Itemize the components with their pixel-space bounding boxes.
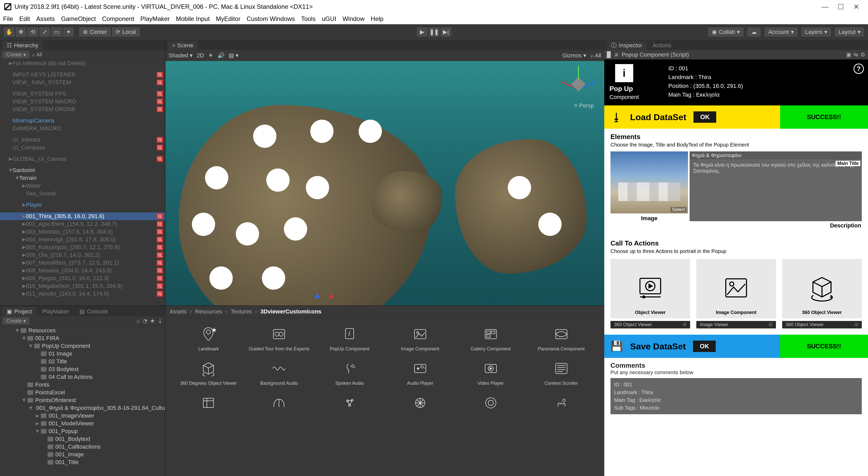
hierarchy-item[interactable]: VIEW_SYSTEM FPS玩	[0, 90, 165, 98]
menu-help[interactable]: Help	[371, 15, 383, 23]
hand-tool[interactable]: ✋	[3, 27, 15, 37]
hierarchy-item[interactable]: ►005_Koloumpos_(285.7, 12.1, 375.9)玩	[0, 244, 165, 251]
scale-tool[interactable]: ⤢	[39, 27, 51, 37]
asset-item[interactable]: Video Player	[458, 359, 523, 386]
hierarchy-item[interactable]: ►GLOBAL_UI_Canvas玩	[0, 155, 165, 163]
project-item[interactable]: PointsExcel	[0, 389, 165, 396]
cta-picker-dropdown[interactable]: 360 Object Viewer⦾	[611, 321, 690, 328]
project-item[interactable]: 03 Bodytext	[0, 366, 165, 373]
hierarchy-item[interactable]: VIEW_SYSTEM DRONE玩	[0, 105, 165, 113]
project-item[interactable]: ▼001_Popup	[0, 427, 165, 435]
menu-component[interactable]: Component	[102, 15, 134, 23]
shading-mode-dropdown[interactable]: Shaded ▾	[168, 52, 193, 59]
hierarchy-item[interactable]: INPUT KEYS LISTENER玩	[0, 71, 165, 78]
breadcrumb-segment[interactable]: Assets	[169, 308, 187, 315]
project-tab[interactable]: ▣ Project	[2, 307, 36, 316]
hierarchy-item[interactable]: UI_Compass玩	[0, 144, 165, 152]
cta-card[interactable]: 360 Object Viewer	[782, 259, 862, 318]
project-item[interactable]: ▼Resources	[0, 327, 165, 335]
title-description-fields[interactable]: Φηρά & Φηροστεφάνι Main Title Τα Φηρά εί…	[690, 152, 862, 221]
hierarchy-item[interactable]: ▼Santorini	[0, 166, 165, 174]
project-item[interactable]: Fonts	[0, 381, 165, 389]
menu-ugui[interactable]: uGUI	[322, 15, 336, 23]
hierarchy-item[interactable]: VIEW_SYSTEM MACRO玩	[0, 98, 165, 105]
hierarchy-item[interactable]: ►001_Thira_(305.8, 16.0, 291.6)玩	[0, 213, 165, 220]
project-item[interactable]: ▼001 FIRA	[0, 335, 165, 342]
asset-item[interactable]	[317, 394, 382, 415]
search-icon[interactable]: ⌕	[136, 318, 140, 324]
asset-item[interactable]: Background Audio	[246, 359, 312, 386]
close-button[interactable]: ✕	[848, 2, 864, 12]
layers-dropdown[interactable]: Layers ▾	[801, 27, 832, 37]
rect-tool[interactable]: ▭	[51, 27, 63, 37]
play-button[interactable]: ▶	[416, 27, 428, 37]
asset-item[interactable]	[246, 394, 312, 415]
component-foldout-icon[interactable]: ▉	[607, 52, 611, 58]
cta-card[interactable]: Object Viewer	[611, 259, 690, 318]
asset-item[interactable]: 360 Degrees Object Viewer	[176, 359, 241, 386]
save-search-icon[interactable]: ⤓	[158, 318, 162, 324]
multi-tool[interactable]: ✦	[63, 27, 74, 37]
description-input[interactable]: Τα Φηρά είναι η πρωτεύουσα του νησιού στ…	[693, 162, 858, 174]
menu-gameobject[interactable]: GameObject	[61, 15, 96, 23]
element-image-picker[interactable]: Select	[611, 152, 688, 214]
breadcrumb-segment[interactable]: 3DviewerCustomIcons	[260, 308, 321, 315]
asset-item[interactable]	[528, 394, 594, 415]
maximize-button[interactable]: ☐	[833, 2, 848, 12]
menu-assets[interactable]: Assets	[36, 15, 55, 23]
project-item[interactable]: 001_Image	[0, 451, 165, 458]
main-title-input[interactable]: Φηρά & Φηροστεφάνι	[690, 152, 862, 159]
scene-tab[interactable]: ⌗ Scene	[167, 41, 198, 50]
lighting-toggle[interactable]: ☀	[208, 52, 213, 59]
fx-toggle[interactable]: ▤ ▾	[228, 52, 238, 59]
project-item[interactable]: 001_Title	[0, 458, 165, 466]
project-item[interactable]: ▼001_Φηρά & Φηροστεφάνι_305.8-16-291.64_…	[0, 404, 165, 412]
cta-picker-dropdown[interactable]: Image Viewer⦾	[696, 321, 776, 328]
assets-grid[interactable]: ★LandmarkGuided Tour from the ExpertsiPo…	[165, 317, 604, 476]
load-ok-button[interactable]: OK	[693, 112, 716, 123]
hierarchy-item[interactable]: VIEW_ NAVI_SYSTEM玩	[0, 78, 165, 86]
filter-icon[interactable]: ◔	[143, 318, 147, 324]
move-tool[interactable]: ✥	[15, 27, 27, 37]
cta-card[interactable]: Image Component	[696, 259, 776, 318]
breadcrumb-segment[interactable]: Textures	[230, 308, 252, 315]
project-item[interactable]: 02 Title	[0, 358, 165, 366]
hierarchy-tab[interactable]: ☷ Hierarchy	[2, 41, 43, 50]
project-create-dropdown[interactable]: Create ▾	[3, 317, 29, 324]
playmaker-tab[interactable]: PlayMaker	[37, 307, 74, 316]
project-item[interactable]: ▼PointsOfInterest	[0, 396, 165, 404]
project-item[interactable]: ►001_ImageViewer	[0, 412, 165, 420]
cta-picker-dropdown[interactable]: 360 Object Viewer⦾	[782, 321, 862, 328]
hierarchy-item[interactable]: ►010_Megalochori_(301.1, 15.5, 204.9)玩	[0, 282, 165, 290]
hierarchy-item[interactable]: ►009_Pyrgos_(331.0, 16.6, 212.3)玩	[0, 275, 165, 282]
hierarchy-search[interactable]: ⌕ All	[32, 52, 162, 58]
asset-item[interactable]: iPopUp Component	[317, 325, 382, 352]
asset-item[interactable]: Gallery Component	[458, 325, 523, 352]
hierarchy-item[interactable]: ►For reference (do not Delete)	[0, 59, 165, 67]
actions-tab[interactable]: Actions	[648, 41, 676, 50]
pivot-toggle[interactable]: ⊕ Center	[79, 27, 111, 37]
asset-item[interactable]: Content Scroller	[528, 359, 594, 386]
minimize-button[interactable]: —	[817, 2, 833, 12]
hierarchy-item[interactable]: ►004_Imerovigli_(292.6, 17.8, 308.0)玩	[0, 236, 165, 244]
audio-toggle[interactable]: 🔊	[217, 52, 224, 59]
asset-item[interactable]: Image Component	[387, 325, 453, 352]
project-tree[interactable]: ▼Resources▼001 FIRA▼PopUp Component01 Im…	[0, 326, 165, 476]
component-enabled-checkbox[interactable]: ✓	[614, 52, 619, 57]
menu-edit[interactable]: Edit	[20, 15, 30, 23]
menu-playmaker[interactable]: PlayMaker	[141, 15, 169, 23]
menu-custom-windows[interactable]: Custom Windows	[247, 15, 295, 23]
menu-myeditor[interactable]: MyEditor	[216, 15, 241, 23]
hierarchy-item[interactable]: ►003_Manolas_(157.8, 14.6, 304.6)玩	[0, 228, 165, 236]
account-dropdown[interactable]: Account ▾	[764, 27, 798, 37]
asset-item[interactable]: ★Landmark	[176, 325, 241, 352]
project-item[interactable]: 001_Bodytext	[0, 435, 165, 443]
gizmos-dropdown[interactable]: Gizmos ▾	[562, 52, 586, 59]
asset-item[interactable]: Guided Tour from the Experts	[246, 325, 312, 352]
project-item[interactable]: 001_Calltoactions	[0, 443, 165, 451]
hierarchy-item[interactable]: ►002_Agia Eleni_(154.5, 12.2, 348.7)玩	[0, 220, 165, 228]
hierarchy-item[interactable]: UI_Interact玩	[0, 136, 165, 144]
project-item[interactable]: ▼PopUp Component	[0, 342, 165, 350]
hierarchy-item[interactable]: ►008_Mesaria_(334.0, 14.4, 243.3)玩	[0, 267, 165, 275]
project-item[interactable]: ►001_ModelViewer	[0, 420, 165, 427]
